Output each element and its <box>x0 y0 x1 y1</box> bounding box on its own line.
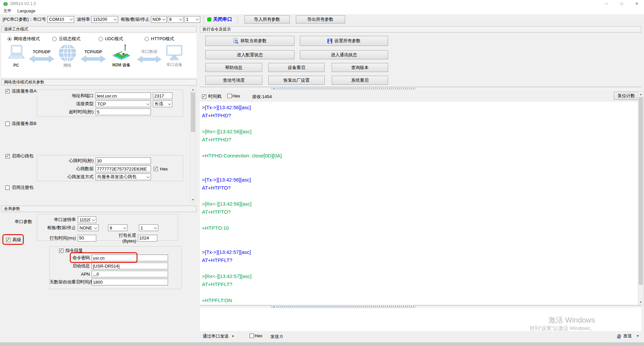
get-current-params-button[interactable]: 获取当前参数 <box>205 36 294 46</box>
timestamp-checkbox[interactable]: 时间戳 <box>202 93 221 99</box>
separator <box>204 15 204 23</box>
minimize-button[interactable]: – <box>599 0 614 7</box>
log-scrollbar[interactable]: ▲ ▼ <box>638 91 644 305</box>
log-line: >[Rx<-][13:42:56][asc] <box>202 201 638 209</box>
system-reboot-button[interactable]: 系统重启 <box>332 76 388 85</box>
app-icon <box>3 1 8 6</box>
scroll-down-icon[interactable]: ▼ <box>638 299 643 305</box>
menu-file[interactable]: 文件 <box>3 8 11 14</box>
log-line <box>202 169 638 177</box>
boot-message-input[interactable] <box>92 263 168 269</box>
server-b-checkbox[interactable]: 连接服务器B <box>5 121 37 127</box>
factory-reset-button[interactable]: 恢复出厂设置 <box>268 76 325 85</box>
splitter-bottom[interactable]: ▲ <box>200 305 641 308</box>
serial-databits-select[interactable]: 8 <box>108 224 127 231</box>
query-signal-button[interactable]: 查信号强度 <box>205 76 262 85</box>
log-body[interactable]: >[Tx->][13:42:56][asc]AT+HTPHD? >[Rx<-][… <box>200 102 638 305</box>
stopbits-select[interactable]: 1 <box>184 16 200 23</box>
timeout-input[interactable] <box>96 109 151 115</box>
server-a-checkbox[interactable]: 连接服务器A <box>5 88 37 94</box>
log-hex-checkbox[interactable]: Hex <box>227 93 240 98</box>
serial-parity-select[interactable]: NONE <box>78 224 99 231</box>
server-a-address-input[interactable] <box>96 92 151 99</box>
no-data-restart-input[interactable] <box>92 279 168 285</box>
menu-language[interactable]: Language <box>17 9 35 13</box>
net-params-scrollbar[interactable]: ▲ ▼ <box>190 86 196 203</box>
serial-device-icon <box>166 45 183 61</box>
radio-httpd-mode[interactable]: HTTPD模式 <box>145 36 174 42</box>
diagram-link-label: TCP/UDP <box>33 50 51 54</box>
menubar: 文件 Language <box>0 7 644 15</box>
enter-comm-state-button[interactable]: 进入通讯状态 <box>300 50 388 59</box>
heartbeat-time-input[interactable] <box>96 157 151 164</box>
global-params-group-header: 全局参数 <box>1 206 197 212</box>
splitter-dots <box>276 88 415 88</box>
apn-input[interactable] <box>92 271 168 277</box>
sent-count: 发送:0 <box>270 334 283 340</box>
splitter-handle[interactable]: ▲ <box>271 87 415 89</box>
work-mode-group: 选择工作模式 网络透传模式 云组态模式 UDC模式 HTTPD模式 PC TCP… <box>1 26 197 78</box>
server-a-port-input[interactable] <box>153 92 172 99</box>
m2m-device-icon <box>112 44 131 62</box>
diagram-link-label: TCP/UDP <box>85 50 102 54</box>
log-line: >[Rx<-][13:42:56][asc] <box>202 129 638 137</box>
scrollbar-thumb[interactable] <box>639 97 643 285</box>
send-via-serial-dropdown[interactable]: 通过串口发送 ▼ <box>203 333 234 339</box>
set-all-params-button[interactable]: 设置所有参数 <box>300 36 388 46</box>
radio-icon <box>7 37 12 41</box>
maximize-button[interactable]: □ <box>614 0 629 7</box>
device-reboot-button[interactable]: 设备重启 <box>268 63 325 72</box>
splitter-handle[interactable]: ▲ <box>271 305 415 308</box>
export-all-params-button[interactable]: 导出所有参数 <box>296 15 345 23</box>
serial-stopbits-select[interactable]: 1 <box>139 224 158 231</box>
collapse-up-icon[interactable]: ▲ <box>273 87 275 89</box>
chevron-down-icon <box>147 102 150 105</box>
baud-select[interactable]: 115200 <box>91 16 118 23</box>
scroll-up-icon[interactable]: ▲ <box>638 91 643 97</box>
chevron-down-icon <box>70 17 73 20</box>
heartbeat-data-input[interactable] <box>96 165 151 172</box>
cmd-password-input[interactable] <box>92 255 168 261</box>
serial-baud-select[interactable]: 115200 <box>78 216 96 223</box>
scroll-up-icon[interactable]: ▲ <box>191 87 196 92</box>
com-port-select[interactable]: COM10 <box>47 16 74 23</box>
collapse-up-icon[interactable]: ▲ <box>273 305 275 307</box>
radio-net-passthrough-mode[interactable]: 网络透传模式 <box>7 36 52 42</box>
chevron-down-icon <box>92 218 95 221</box>
log-line: +HTPTO:10 <box>202 225 638 233</box>
send-button[interactable]: 发送 ▼ <box>616 333 639 339</box>
heartbeat-hex-checkbox[interactable]: Hex <box>154 166 168 171</box>
close-serial-port-button[interactable]: 关闭串口 <box>213 16 232 22</box>
scroll-down-icon[interactable]: ▼ <box>191 197 196 202</box>
keepalive-select[interactable]: 长连 <box>153 100 172 107</box>
echo-checkbox[interactable]: 指令回显 <box>59 248 83 254</box>
splitter-top[interactable]: ▲ <box>200 87 641 89</box>
close-button[interactable]: ✕ <box>629 0 644 7</box>
scrollbar-thumb[interactable] <box>191 92 195 132</box>
parity-select[interactable]: NONI <box>151 16 167 23</box>
radio-cloud-mode[interactable]: 云组态模式 <box>52 36 99 42</box>
port-open-indicator-icon <box>207 17 211 21</box>
databits-select[interactable]: 8 <box>168 16 183 23</box>
checkbox-icon <box>5 186 10 190</box>
pack-len-input[interactable] <box>138 235 157 241</box>
heartbeat-checkbox[interactable]: 启用心跳包 <box>5 153 34 159</box>
log-line: >[Tx->][13:42:56][asc] <box>202 177 638 185</box>
register-packet-checkbox[interactable]: 启用注册包 <box>5 185 34 191</box>
reset-count-button[interactable]: 复位计数 <box>614 92 639 100</box>
connection-type-select[interactable]: TCP <box>96 100 151 107</box>
network-globe-icon <box>58 44 76 62</box>
radio-udc-mode[interactable]: UDC模式 <box>99 36 145 42</box>
pack-time-input[interactable] <box>78 235 96 241</box>
heartbeat-mode-select[interactable]: 向服务器发送心跳包 <box>96 174 151 180</box>
query-version-button[interactable]: 查询版本 <box>332 63 388 72</box>
help-info-button[interactable]: 帮助信息 <box>205 63 262 72</box>
pack-len-label: 打包长度(Bytes) <box>105 232 136 244</box>
log-line <box>202 289 638 297</box>
pc-serial-port-label: [PC串口参数]：串口号 <box>3 16 46 22</box>
import-all-params-button[interactable]: 导入所有参数 <box>245 15 290 23</box>
enter-config-state-button[interactable]: 进入配置状态 <box>205 50 294 59</box>
log-line: +HTPHD:Connection: close[0D][0A] <box>202 153 638 161</box>
send-hex-checkbox[interactable]: Hex <box>250 333 262 338</box>
advanced-checkbox[interactable]: 高级 <box>6 237 21 243</box>
